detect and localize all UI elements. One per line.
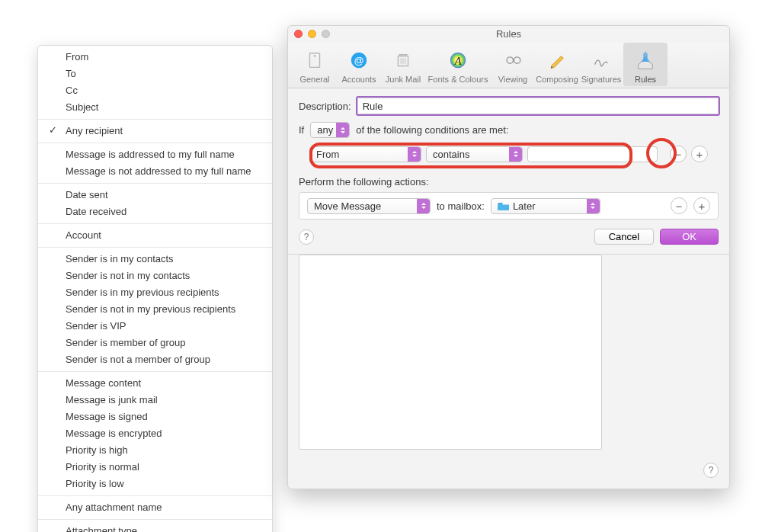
dropdown-item-label: Date received (66, 206, 126, 217)
cancel-button[interactable]: Cancel (594, 229, 654, 245)
tab-label: Composing (536, 75, 578, 85)
dropdown-item[interactable]: Message is encrypted (38, 425, 272, 442)
action-verb-value: Move Message (314, 200, 381, 212)
dropdown-item[interactable]: To (38, 66, 272, 82)
dropdown-item[interactable]: Cc (38, 82, 272, 99)
tab-composing[interactable]: Composing (535, 43, 579, 86)
tab-label: Signatures (581, 75, 622, 85)
window-title: Rules (496, 28, 521, 40)
chevron-up-down-icon (336, 123, 349, 137)
dropdown-item[interactable]: Sender is VIP (38, 318, 272, 335)
preferences-toolbar: General @ Accounts Junk Mail A (288, 43, 729, 88)
dropdown-item[interactable]: Sender is not a member of group (38, 351, 272, 368)
condition-field-dropdown[interactable]: FromToCcSubject✓Any recipientMessage is … (37, 45, 273, 532)
match-mode-value: any (317, 124, 333, 136)
window-maximize-button[interactable] (322, 30, 330, 38)
dropdown-item-label: Message content (66, 377, 141, 389)
dropdown-item[interactable]: Priority is high (38, 442, 272, 459)
dropdown-item[interactable]: Message content (38, 375, 272, 392)
action-row: Move Message to mailbox: Later − + (299, 192, 719, 220)
svg-text:A: A (453, 55, 462, 67)
dropdown-item[interactable]: Message is addressed to my full name (38, 146, 272, 163)
dropdown-item[interactable]: Sender is not in my contacts (38, 268, 272, 284)
cancel-label: Cancel (609, 231, 639, 242)
help-button-corner[interactable]: ? (703, 463, 719, 478)
description-input[interactable] (357, 98, 719, 114)
accounts-icon: @ (347, 50, 370, 72)
dropdown-item-label: Sender is member of group (66, 337, 186, 348)
tab-label: Rules (635, 75, 656, 85)
dropdown-item[interactable]: Sender is member of group (38, 335, 272, 351)
rules-preferences-window: Rules General @ Accounts Junk Mail (287, 25, 730, 489)
dropdown-item[interactable]: Sender is in my previous recipients (38, 284, 272, 301)
dropdown-item[interactable]: Message is not addressed to my full name (38, 163, 272, 180)
tab-accounts[interactable]: @ Accounts (337, 43, 381, 86)
dropdown-item-label: Message is not addressed to my full name (66, 165, 251, 177)
dropdown-item[interactable]: Date sent (38, 187, 272, 204)
dropdown-item[interactable]: Date received (38, 204, 272, 220)
action-verb-select[interactable]: Move Message (307, 198, 431, 214)
dropdown-item-label: Message is addressed to my full name (66, 149, 235, 160)
dropdown-item[interactable]: Message is signed (38, 409, 272, 425)
add-condition-button[interactable]: + (691, 146, 708, 162)
chevron-up-down-icon (417, 199, 430, 213)
condition-field-select[interactable]: From (309, 146, 421, 162)
remove-condition-button[interactable]: − (670, 146, 687, 162)
fonts-colours-icon: A (447, 50, 469, 72)
tab-general[interactable]: General (293, 43, 337, 86)
dropdown-item[interactable]: Sender is not in my previous recipients (38, 301, 272, 318)
check-icon: ✓ (49, 123, 57, 137)
rules-icon (634, 50, 657, 72)
dropdown-item-label: Sender is VIP (66, 320, 126, 332)
svg-point-8 (514, 57, 520, 63)
tab-signatures[interactable]: Signatures (579, 43, 623, 86)
dropdown-item[interactable]: ✓Any recipient (38, 123, 272, 139)
match-mode-select[interactable]: any (310, 122, 350, 138)
dropdown-item-label: Any attachment name (66, 502, 162, 513)
action-mailbox-value: Later (513, 200, 536, 212)
viewing-icon (501, 50, 524, 72)
dropdown-item[interactable]: Priority is normal (38, 459, 272, 476)
description-label: Description: (299, 101, 351, 112)
action-mailbox-select[interactable]: Later (491, 198, 600, 214)
condition-field-value: From (316, 149, 339, 160)
conditions-container: From contains − + (299, 139, 719, 168)
dropdown-item-label: Priority is high (66, 444, 128, 456)
window-minimize-button[interactable] (308, 30, 316, 38)
chevron-up-down-icon (587, 199, 600, 213)
condition-operator-value: contains (433, 149, 469, 160)
composing-icon (546, 50, 568, 72)
window-close-button[interactable] (294, 30, 303, 38)
window-titlebar: Rules (288, 26, 729, 43)
dropdown-item[interactable]: Message is junk mail (38, 392, 272, 409)
tab-fonts-colours[interactable]: A Fonts & Colours (425, 43, 491, 86)
dropdown-item[interactable]: Priority is low (38, 476, 272, 492)
condition-value-input[interactable] (527, 146, 658, 162)
ok-button[interactable]: OK (660, 229, 719, 245)
dropdown-item-label: Cc (66, 85, 78, 96)
dropdown-item[interactable]: Any attachment name (38, 499, 272, 516)
dropdown-item[interactable]: Sender is in my contacts (38, 251, 272, 268)
traffic-lights (294, 30, 330, 38)
tab-junk-mail[interactable]: Junk Mail (381, 43, 425, 86)
remove-action-button[interactable]: − (671, 197, 687, 214)
dropdown-item[interactable]: Subject (38, 99, 272, 116)
folder-icon (498, 201, 510, 210)
if-tail: of the following conditions are met: (356, 124, 508, 136)
dropdown-item[interactable]: From (38, 49, 272, 66)
dropdown-item-label: Sender is not a member of group (66, 354, 210, 365)
dropdown-item-label: Subject (66, 101, 98, 113)
dropdown-item-label: Message is encrypted (66, 428, 162, 439)
dropdown-item[interactable]: Attachment type (38, 523, 272, 532)
tab-rules[interactable]: Rules (623, 43, 668, 86)
svg-text:@: @ (354, 55, 363, 66)
rules-list[interactable] (299, 255, 602, 450)
dropdown-item-label: Attachment type (66, 525, 137, 532)
tab-viewing[interactable]: Viewing (491, 43, 535, 86)
condition-operator-select[interactable]: contains (426, 146, 523, 162)
add-action-button[interactable]: + (693, 197, 710, 214)
help-button[interactable]: ? (299, 229, 314, 245)
rules-list-pane (288, 255, 729, 459)
dropdown-item[interactable]: Account (38, 227, 272, 244)
dropdown-item-label: Sender is in my previous recipients (66, 287, 219, 298)
